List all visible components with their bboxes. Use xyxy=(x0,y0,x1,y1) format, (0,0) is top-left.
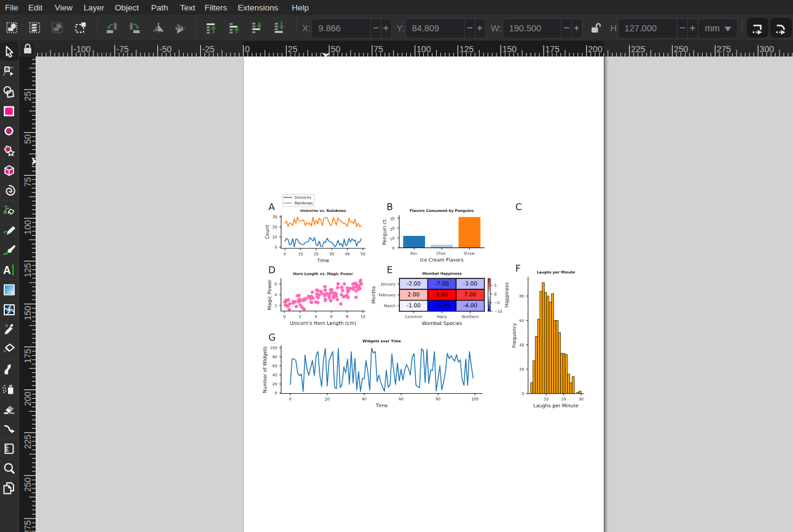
svg-text:50: 50 xyxy=(330,44,340,54)
svg-text:275: 275 xyxy=(23,520,33,532)
svg-text:275: 275 xyxy=(717,44,732,54)
svg-text:225: 225 xyxy=(631,44,646,54)
svg-text:50: 50 xyxy=(23,134,33,144)
svg-text:225: 225 xyxy=(23,434,33,449)
svg-text:25: 25 xyxy=(288,44,298,54)
svg-text:-50: -50 xyxy=(159,44,171,54)
svg-text:-75: -75 xyxy=(116,44,128,54)
svg-text:175: 175 xyxy=(545,44,560,54)
svg-text:-100: -100 xyxy=(74,44,91,54)
svg-text:150: 150 xyxy=(23,306,33,321)
svg-text:A: A xyxy=(3,264,11,276)
svg-text:0: 0 xyxy=(245,44,250,54)
svg-text:250: 250 xyxy=(23,477,33,492)
svg-text:-25: -25 xyxy=(202,44,214,54)
svg-text:300: 300 xyxy=(760,44,775,54)
svg-text:125: 125 xyxy=(459,44,474,54)
svg-text:75: 75 xyxy=(23,177,33,187)
svg-text:150: 150 xyxy=(502,44,517,54)
svg-text:200: 200 xyxy=(23,391,33,406)
svg-text:175: 175 xyxy=(23,348,33,363)
svg-text:25: 25 xyxy=(23,92,33,101)
svg-text:100: 100 xyxy=(416,44,431,54)
svg-text:250: 250 xyxy=(674,44,689,54)
svg-text:100: 100 xyxy=(23,220,33,235)
svg-text:200: 200 xyxy=(588,44,603,54)
svg-text:125: 125 xyxy=(23,263,33,278)
svg-text:75: 75 xyxy=(373,44,383,54)
